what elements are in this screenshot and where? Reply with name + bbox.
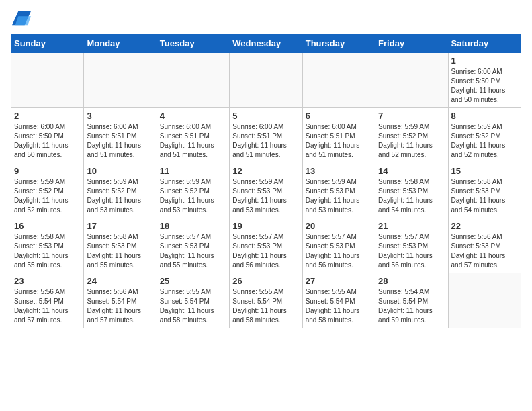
calendar-cell: 15Sunrise: 5:58 AM Sunset: 5:53 PM Dayli… [448, 163, 521, 218]
page-header [11, 11, 521, 26]
calendar-week-1: 1Sunrise: 6:00 AM Sunset: 5:50 PM Daylig… [11, 53, 521, 108]
day-info: Sunrise: 6:00 AM Sunset: 5:50 PM Dayligh… [14, 122, 81, 160]
col-header-saturday: Saturday [448, 34, 521, 53]
day-number: 26 [232, 276, 299, 286]
calendar-cell: 23Sunrise: 5:56 AM Sunset: 5:54 PM Dayli… [11, 273, 84, 328]
calendar-cell [84, 53, 157, 108]
calendar-cell: 21Sunrise: 5:57 AM Sunset: 5:53 PM Dayli… [375, 218, 448, 273]
calendar-cell: 26Sunrise: 5:55 AM Sunset: 5:54 PM Dayli… [230, 273, 302, 328]
calendar-cell [448, 273, 521, 328]
day-info: Sunrise: 5:57 AM Sunset: 5:53 PM Dayligh… [160, 232, 226, 270]
calendar-cell: 10Sunrise: 5:59 AM Sunset: 5:52 PM Dayli… [84, 163, 157, 218]
day-info: Sunrise: 5:57 AM Sunset: 5:53 PM Dayligh… [378, 232, 445, 270]
day-number: 3 [87, 111, 153, 121]
col-header-wednesday: Wednesday [230, 34, 302, 53]
day-number: 22 [451, 221, 518, 231]
day-number: 2 [14, 111, 81, 121]
day-info: Sunrise: 6:00 AM Sunset: 5:51 PM Dayligh… [160, 122, 226, 160]
col-header-sunday: Sunday [11, 34, 84, 53]
day-number: 10 [87, 166, 153, 176]
col-header-tuesday: Tuesday [157, 34, 229, 53]
calendar-cell: 25Sunrise: 5:55 AM Sunset: 5:54 PM Dayli… [157, 273, 229, 328]
day-number: 18 [160, 221, 226, 231]
calendar-week-3: 9Sunrise: 5:59 AM Sunset: 5:52 PM Daylig… [11, 163, 521, 218]
day-number: 1 [451, 56, 518, 66]
day-info: Sunrise: 5:58 AM Sunset: 5:53 PM Dayligh… [378, 177, 445, 215]
day-info: Sunrise: 5:56 AM Sunset: 5:54 PM Dayligh… [87, 287, 153, 325]
calendar-week-2: 2Sunrise: 6:00 AM Sunset: 5:50 PM Daylig… [11, 108, 521, 163]
col-header-friday: Friday [375, 34, 448, 53]
calendar-week-5: 23Sunrise: 5:56 AM Sunset: 5:54 PM Dayli… [11, 273, 521, 328]
calendar-cell: 24Sunrise: 5:56 AM Sunset: 5:54 PM Dayli… [84, 273, 157, 328]
calendar-header-row: SundayMondayTuesdayWednesdayThursdayFrid… [11, 34, 521, 53]
calendar-cell: 20Sunrise: 5:57 AM Sunset: 5:53 PM Dayli… [302, 218, 375, 273]
calendar-cell: 17Sunrise: 5:58 AM Sunset: 5:53 PM Dayli… [84, 218, 157, 273]
day-info: Sunrise: 5:59 AM Sunset: 5:53 PM Dayligh… [232, 177, 299, 215]
calendar-cell [375, 53, 448, 108]
day-number: 9 [14, 166, 81, 176]
calendar-week-4: 16Sunrise: 5:58 AM Sunset: 5:53 PM Dayli… [11, 218, 521, 273]
calendar-cell: 3Sunrise: 6:00 AM Sunset: 5:51 PM Daylig… [84, 108, 157, 163]
day-number: 15 [451, 166, 518, 176]
day-info: Sunrise: 5:55 AM Sunset: 5:54 PM Dayligh… [160, 287, 226, 325]
calendar-cell: 4Sunrise: 6:00 AM Sunset: 5:51 PM Daylig… [157, 108, 229, 163]
day-info: Sunrise: 6:00 AM Sunset: 5:51 PM Dayligh… [87, 122, 153, 160]
day-info: Sunrise: 5:59 AM Sunset: 5:52 PM Dayligh… [378, 122, 445, 160]
day-info: Sunrise: 5:59 AM Sunset: 5:52 PM Dayligh… [451, 122, 518, 160]
calendar-cell: 14Sunrise: 5:58 AM Sunset: 5:53 PM Dayli… [375, 163, 448, 218]
day-info: Sunrise: 5:58 AM Sunset: 5:53 PM Dayligh… [451, 177, 518, 215]
calendar-cell [302, 53, 375, 108]
day-info: Sunrise: 5:59 AM Sunset: 5:52 PM Dayligh… [160, 177, 226, 215]
day-number: 4 [160, 111, 226, 121]
day-info: Sunrise: 5:58 AM Sunset: 5:53 PM Dayligh… [87, 232, 153, 270]
day-number: 21 [378, 221, 445, 231]
col-header-monday: Monday [84, 34, 157, 53]
calendar-cell: 16Sunrise: 5:58 AM Sunset: 5:53 PM Dayli… [11, 218, 84, 273]
logo [11, 11, 31, 26]
day-number: 17 [87, 221, 153, 231]
day-info: Sunrise: 5:57 AM Sunset: 5:53 PM Dayligh… [306, 232, 372, 270]
calendar-cell: 5Sunrise: 6:00 AM Sunset: 5:51 PM Daylig… [230, 108, 302, 163]
day-info: Sunrise: 5:56 AM Sunset: 5:53 PM Dayligh… [451, 232, 518, 270]
day-number: 11 [160, 166, 226, 176]
day-info: Sunrise: 6:00 AM Sunset: 5:50 PM Dayligh… [451, 67, 518, 105]
day-info: Sunrise: 5:59 AM Sunset: 5:52 PM Dayligh… [14, 177, 81, 215]
calendar-cell: 1Sunrise: 6:00 AM Sunset: 5:50 PM Daylig… [448, 53, 521, 108]
day-info: Sunrise: 5:59 AM Sunset: 5:53 PM Dayligh… [306, 177, 372, 215]
day-number: 16 [14, 221, 81, 231]
day-info: Sunrise: 5:54 AM Sunset: 5:54 PM Dayligh… [378, 287, 445, 325]
day-number: 14 [378, 166, 445, 176]
calendar-cell: 13Sunrise: 5:59 AM Sunset: 5:53 PM Dayli… [302, 163, 375, 218]
calendar-cell [157, 53, 229, 108]
day-info: Sunrise: 5:58 AM Sunset: 5:53 PM Dayligh… [14, 232, 81, 270]
day-info: Sunrise: 6:00 AM Sunset: 5:51 PM Dayligh… [306, 122, 372, 160]
day-number: 5 [232, 111, 299, 121]
day-number: 20 [306, 221, 372, 231]
day-info: Sunrise: 5:57 AM Sunset: 5:53 PM Dayligh… [232, 232, 299, 270]
calendar-cell: 27Sunrise: 5:55 AM Sunset: 5:54 PM Dayli… [302, 273, 375, 328]
day-number: 23 [14, 276, 81, 286]
day-info: Sunrise: 5:59 AM Sunset: 5:52 PM Dayligh… [87, 177, 153, 215]
day-info: Sunrise: 6:00 AM Sunset: 5:51 PM Dayligh… [232, 122, 299, 160]
day-number: 19 [232, 221, 299, 231]
day-number: 13 [306, 166, 372, 176]
day-number: 28 [378, 276, 445, 286]
calendar-cell: 2Sunrise: 6:00 AM Sunset: 5:50 PM Daylig… [11, 108, 84, 163]
calendar-cell: 11Sunrise: 5:59 AM Sunset: 5:52 PM Dayli… [157, 163, 229, 218]
calendar-cell: 28Sunrise: 5:54 AM Sunset: 5:54 PM Dayli… [375, 273, 448, 328]
day-number: 12 [232, 166, 299, 176]
logo-icon [12, 11, 31, 26]
day-number: 24 [87, 276, 153, 286]
calendar-cell [230, 53, 302, 108]
calendar-table: SundayMondayTuesdayWednesdayThursdayFrid… [11, 34, 521, 328]
calendar-cell: 19Sunrise: 5:57 AM Sunset: 5:53 PM Dayli… [230, 218, 302, 273]
day-number: 27 [306, 276, 372, 286]
calendar-cell: 18Sunrise: 5:57 AM Sunset: 5:53 PM Dayli… [157, 218, 229, 273]
calendar-cell: 6Sunrise: 6:00 AM Sunset: 5:51 PM Daylig… [302, 108, 375, 163]
day-info: Sunrise: 5:55 AM Sunset: 5:54 PM Dayligh… [232, 287, 299, 325]
day-number: 25 [160, 276, 226, 286]
calendar-cell: 9Sunrise: 5:59 AM Sunset: 5:52 PM Daylig… [11, 163, 84, 218]
calendar-cell: 22Sunrise: 5:56 AM Sunset: 5:53 PM Dayli… [448, 218, 521, 273]
calendar-cell: 8Sunrise: 5:59 AM Sunset: 5:52 PM Daylig… [448, 108, 521, 163]
day-number: 6 [306, 111, 372, 121]
